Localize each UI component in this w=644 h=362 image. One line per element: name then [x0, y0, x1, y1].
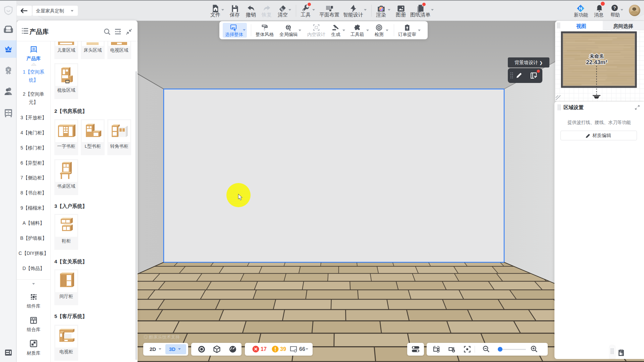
svg-text:v: v: [7, 68, 9, 72]
svg-text:?: ?: [613, 5, 616, 10]
svg-text:v: v: [7, 47, 9, 51]
svg-text:未命名: 未命名: [589, 53, 604, 59]
svg-text:22.43m²: 22.43m²: [586, 59, 607, 65]
